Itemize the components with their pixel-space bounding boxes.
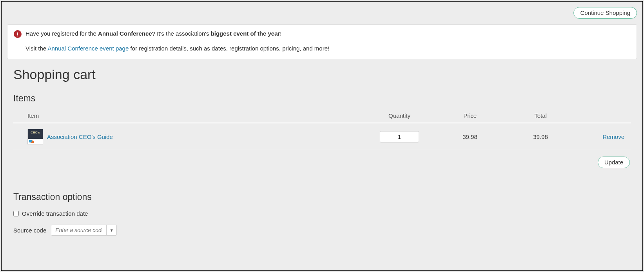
conference-alert: ! Have you registered for the Annual Con…: [7, 24, 637, 59]
annual-conference-link[interactable]: Annual Conference event page: [47, 45, 129, 52]
update-button[interactable]: Update: [598, 157, 630, 168]
source-code-dropdown-button[interactable]: ▼: [106, 225, 116, 235]
col-action: [576, 108, 631, 123]
alert-icon: !: [14, 30, 22, 38]
alert-mid: ? It's the association's: [152, 30, 211, 37]
col-price: Price: [435, 108, 505, 123]
col-item: Item: [13, 108, 364, 123]
transaction-heading: Transaction options: [13, 192, 631, 202]
alert-sub-pre: Visit the: [25, 45, 47, 52]
table-row: CEO's Association CEO's Guide 39.98 39.9…: [13, 123, 631, 150]
page-title: Shopping cart: [13, 67, 631, 82]
quantity-input[interactable]: [380, 131, 419, 142]
alert-bold1: Annual Conference: [98, 30, 152, 37]
remove-link[interactable]: Remove: [602, 133, 624, 140]
alert-post: !: [280, 30, 281, 37]
alert-sub: Visit the Annual Conference event page f…: [25, 45, 630, 52]
col-total: Total: [505, 108, 576, 123]
alert-text: Have you registered for the Annual Confe…: [25, 29, 282, 38]
source-code-combo[interactable]: ▼: [51, 225, 117, 236]
items-heading: Items: [13, 93, 631, 104]
cart-table: Item Quantity Price Total CEO's Associat…: [13, 108, 631, 150]
alert-bold2: biggest event of the year: [211, 30, 280, 37]
continue-shopping-button[interactable]: Continue Shopping: [573, 7, 637, 19]
item-name-link[interactable]: Association CEO's Guide: [47, 133, 113, 140]
alert-sub-post: for registration details, such as dates,…: [129, 45, 329, 52]
alert-pre: Have you registered for the: [25, 30, 98, 37]
item-price: 39.98: [435, 123, 505, 150]
override-checkbox[interactable]: [13, 211, 19, 216]
source-code-input[interactable]: [51, 225, 106, 235]
item-total: 39.98: [505, 123, 576, 150]
source-code-label: Source code: [13, 227, 46, 234]
override-label[interactable]: Override transaction date: [22, 210, 88, 217]
col-quantity: Quantity: [364, 108, 435, 123]
chevron-down-icon: ▼: [110, 228, 114, 232]
item-thumbnail: CEO's: [27, 129, 43, 144]
